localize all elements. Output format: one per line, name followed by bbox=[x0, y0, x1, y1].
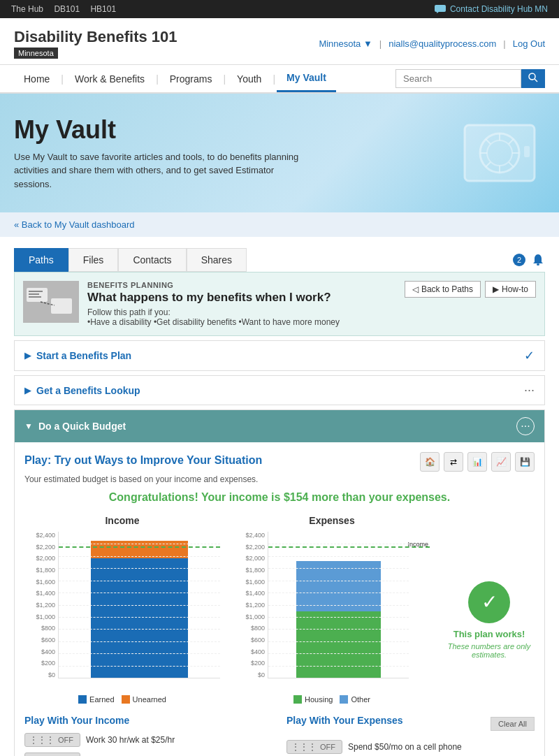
nav-home[interactable]: Home bbox=[14, 66, 59, 92]
search-button[interactable] bbox=[521, 69, 545, 88]
other-color bbox=[340, 695, 348, 704]
tab-contacts[interactable]: Contacts bbox=[118, 248, 186, 272]
nav-youth[interactable]: Youth bbox=[227, 66, 271, 92]
clear-all-btn[interactable]: Clear All bbox=[491, 717, 535, 731]
accordion-header-lookup[interactable]: ▶ Get a Benefits Lookup ··· bbox=[15, 376, 544, 405]
housing-color bbox=[293, 695, 302, 704]
other-bar bbox=[296, 561, 381, 611]
svg-line-3 bbox=[535, 79, 537, 82]
hb101-link[interactable]: HB101 bbox=[90, 4, 116, 14]
save-icon-btn[interactable]: 💾 bbox=[515, 452, 535, 472]
play-subtitle: Your estimated budget is based on your i… bbox=[24, 474, 535, 484]
nav-my-vault[interactable]: My Vault bbox=[277, 65, 336, 92]
nav: Home | Work & Benefits | Programs | Yout… bbox=[0, 65, 559, 94]
svg-marker-1 bbox=[437, 12, 439, 13]
tab-paths[interactable]: Paths bbox=[14, 248, 68, 272]
toggle-income-2[interactable]: ⋮⋮⋮ OFF bbox=[24, 753, 80, 756]
accordion-right-benefits: ✓ bbox=[524, 348, 535, 363]
more-options-btn-lookup[interactable]: ··· bbox=[524, 383, 535, 398]
income-bar-area bbox=[58, 532, 220, 678]
toggle-income-1[interactable]: ⋮⋮⋮ OFF bbox=[24, 733, 80, 747]
play-title: Play: Try out Ways to Improve Your Situa… bbox=[24, 454, 262, 467]
bell-icon[interactable] bbox=[531, 253, 545, 267]
expenses-legend: Housing Other bbox=[234, 695, 430, 704]
state-label: Minnesota bbox=[319, 38, 361, 49]
top-bar-links: The Hub DB101 HB101 bbox=[11, 4, 124, 14]
congrats-text: Congratulations! Your income is $154 mor… bbox=[24, 491, 535, 504]
svg-rect-21 bbox=[29, 296, 41, 298]
expenses-chart-area: $0 $200 $400 $600 $800 $1,000 $1,200 $1,… bbox=[234, 532, 430, 692]
contact-label[interactable]: Contact Disability Hub MN bbox=[450, 4, 548, 14]
svg-rect-15 bbox=[524, 146, 530, 157]
accordion-title-benefits-plan: ▶ Start a Benefits Plan bbox=[24, 350, 131, 361]
income-chart-title: Income bbox=[24, 515, 220, 526]
accordion-benefits-plan: ▶ Start a Benefits Plan ✓ bbox=[14, 340, 545, 371]
play-controls: Play With Your Income ⋮⋮⋮ OFF Work 30 hr… bbox=[24, 715, 535, 756]
accordion-right-budget: ··· bbox=[516, 417, 535, 435]
income-y-axis: $0 $200 $400 $600 $800 $1,000 $1,200 $1,… bbox=[24, 532, 58, 678]
charts-row: Income $0 $200 $400 $600 $800 $1,000 $1,… bbox=[24, 515, 535, 704]
path-card-actions: ◁ Back to Paths ▶ How-to bbox=[405, 281, 536, 298]
housing-bar bbox=[296, 611, 381, 678]
header: Disability Benefits 101 Minnesota Minnes… bbox=[0, 18, 559, 65]
graph-icon-btn[interactable]: 📊 bbox=[467, 452, 487, 472]
svg-rect-20 bbox=[29, 293, 39, 295]
accordion-right-lookup: ··· bbox=[524, 383, 535, 398]
logo-sub: Minnesota bbox=[14, 48, 58, 59]
play-income-section: Play With Your Income ⋮⋮⋮ OFF Work 30 hr… bbox=[24, 715, 273, 756]
chat-icon bbox=[435, 5, 446, 13]
home-icon-btn[interactable]: 🏠 bbox=[420, 452, 440, 472]
more-options-btn-budget[interactable]: ··· bbox=[516, 417, 535, 435]
income-label: Income bbox=[407, 541, 428, 548]
chart-icon-btn[interactable]: 📈 bbox=[491, 452, 511, 472]
vault-svg bbox=[458, 118, 542, 188]
accordion-header-benefits-plan[interactable]: ▶ Start a Benefits Plan ✓ bbox=[15, 341, 544, 370]
back-to-vault-link[interactable]: « Back to My Vault dashboard bbox=[14, 219, 134, 230]
earned-bar bbox=[91, 558, 188, 678]
state-dropdown[interactable]: Minnesota ▼ bbox=[319, 38, 372, 49]
path-card-content: BENEFITS PLANNING What happens to my ben… bbox=[87, 281, 396, 327]
bars-icon-1: ⋮⋮⋮ bbox=[29, 735, 55, 745]
contact-area: Contact Disability Hub MN bbox=[435, 4, 548, 14]
hero-description: Use My Vault to save favorite articles a… bbox=[14, 150, 307, 191]
db101-link[interactable]: DB101 bbox=[54, 4, 80, 14]
play-actions: 🏠 ⇄ 📊 📈 💾 bbox=[420, 452, 535, 472]
tab-files[interactable]: Files bbox=[68, 248, 119, 272]
income-dashed-line bbox=[59, 546, 220, 548]
tabs-container: Paths Files Contacts Shares 2 bbox=[14, 248, 545, 272]
nav-programs[interactable]: Programs bbox=[160, 66, 222, 92]
path-card: BENEFITS PLANNING What happens to my ben… bbox=[14, 272, 545, 336]
notification-badge: 2 bbox=[513, 254, 525, 266]
path-card-label: BENEFITS PLANNING bbox=[87, 281, 396, 289]
logout-link[interactable]: Log Out bbox=[513, 38, 545, 49]
notification-area: 2 bbox=[513, 253, 545, 267]
accordion-header-budget[interactable]: ▼ Do a Quick Budget ··· bbox=[15, 410, 544, 442]
back-icon: ◁ bbox=[412, 284, 419, 294]
expenses-bar-area: Income bbox=[268, 532, 409, 678]
income-chart: Income $0 $200 $400 $600 $800 $1,000 $1,… bbox=[24, 515, 220, 704]
search-input[interactable] bbox=[395, 69, 521, 88]
back-to-paths-btn[interactable]: ◁ Back to Paths bbox=[405, 281, 481, 298]
check-circle: ✓ bbox=[468, 581, 510, 623]
legend-unearned: Unearned bbox=[122, 695, 166, 704]
expenses-chart-title: Expenses bbox=[234, 515, 430, 526]
plan-works-area: ✓ This plan works! These numbers are onl… bbox=[444, 515, 535, 704]
toggle-expense-1[interactable]: ⋮⋮⋮ OFF bbox=[286, 740, 342, 754]
the-hub-link[interactable]: The Hub bbox=[11, 4, 43, 14]
legend-other: Other bbox=[340, 695, 370, 704]
how-to-btn[interactable]: ▶ How-to bbox=[485, 281, 536, 298]
play-expenses-title: Play With Your Expenses bbox=[286, 715, 403, 726]
accordion-budget: ▼ Do a Quick Budget ··· Play: Try out Wa… bbox=[14, 409, 545, 756]
play-income-item-1: ⋮⋮⋮ OFF Work 30 hr/wk at $25/hr bbox=[24, 733, 273, 747]
play-icon: ▶ bbox=[493, 284, 499, 294]
tab-shares[interactable]: Shares bbox=[187, 248, 247, 272]
earned-color bbox=[78, 695, 87, 704]
logo-title: Disability Benefits 101 bbox=[14, 28, 177, 46]
email-link[interactable]: nialls@qualityprocess.com bbox=[389, 38, 496, 49]
search-area bbox=[395, 69, 545, 88]
budget-content: Play: Try out Ways to Improve Your Situa… bbox=[15, 442, 544, 756]
compare-icon-btn[interactable]: ⇄ bbox=[444, 452, 463, 472]
tabs-row: Paths Files Contacts Shares bbox=[14, 248, 247, 272]
nav-work-benefits[interactable]: Work & Benefits bbox=[65, 66, 154, 92]
play-income-title: Play With Your Income bbox=[24, 715, 273, 726]
